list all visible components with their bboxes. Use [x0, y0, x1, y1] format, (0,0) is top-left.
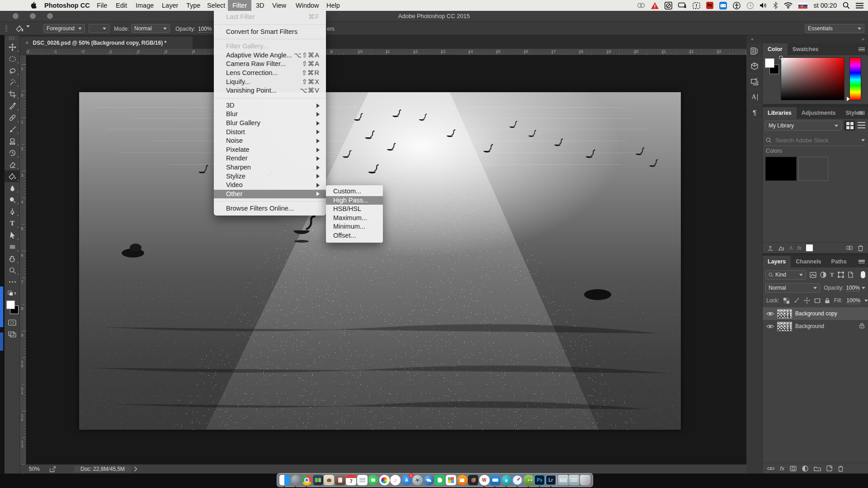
dock-system-preferences[interactable] [412, 475, 423, 485]
menubar-window[interactable]: Window [291, 0, 324, 11]
fill-chevron[interactable] [864, 300, 868, 302]
opacity-value[interactable]: 100% [198, 26, 212, 33]
library-color-swatch-black[interactable] [765, 157, 797, 181]
workspace-select[interactable]: Essentials [805, 24, 864, 33]
dock-facetime[interactable] [368, 475, 378, 485]
layer-filter-select[interactable]: Kind [765, 270, 806, 280]
shape-tool[interactable] [5, 241, 20, 253]
color-field-marker[interactable] [779, 56, 783, 60]
search-input[interactable] [774, 136, 851, 144]
lock-artboard-icon[interactable] [814, 298, 821, 304]
toolbar-grip[interactable] [9, 37, 15, 40]
dock-mission-control[interactable] [313, 475, 323, 485]
expand-panels-icon[interactable]: » [862, 36, 864, 42]
hue-slider-marker[interactable] [847, 97, 850, 101]
menubar-3d[interactable]: 3D [251, 0, 269, 11]
collapse-panels-icon[interactable]: « [751, 36, 754, 42]
blend-mode-select[interactable]: Normal [765, 283, 820, 293]
menubar-file[interactable]: File [92, 0, 112, 11]
eyedropper-tool[interactable] [5, 100, 20, 112]
menubar-type[interactable]: Type [182, 0, 205, 11]
path-select-tool[interactable] [5, 229, 20, 241]
menu-item-vanishing-point[interactable]: Vanishing Point...⌥⌘V [214, 86, 326, 95]
blur-tool[interactable] [5, 182, 20, 194]
layers-panel-menu-icon[interactable] [859, 260, 865, 263]
filter-smart-objects-icon[interactable] [848, 272, 854, 278]
dock-keyboard-viewer[interactable] [558, 475, 568, 485]
menubar-clock[interactable]: st 00:20 [813, 2, 837, 9]
lock-all-icon[interactable] [825, 298, 830, 304]
menu-item-distort[interactable]: Distort [214, 128, 326, 137]
menu-item-other[interactable]: Other [214, 190, 326, 199]
menu-item-stylize[interactable]: Stylize [214, 172, 326, 181]
spotlight-icon[interactable] [843, 2, 850, 9]
dodge-tool[interactable] [5, 194, 20, 206]
layer-row-background-copy[interactable]: Background copy [763, 307, 868, 320]
menubar-image[interactable]: Image [131, 0, 158, 11]
dock-lightroom[interactable]: Lr [546, 475, 556, 485]
menubar-view[interactable]: View [268, 0, 291, 11]
library-select[interactable]: My Library [765, 121, 842, 131]
sync-upload-icon[interactable] [767, 245, 774, 251]
properties-panel-icon[interactable] [746, 74, 763, 89]
edit-toolbar-ellipsis[interactable] [5, 276, 20, 288]
dock-photoshop[interactable]: Ps [534, 475, 545, 485]
dock-photo-collage[interactable] [446, 475, 456, 485]
screen-mode-button[interactable] [5, 328, 20, 340]
type-tool[interactable]: T [5, 217, 20, 229]
link-layers-icon[interactable] [767, 466, 774, 471]
prohibit-icon[interactable] [665, 2, 672, 9]
menu-item-sharpen[interactable]: Sharpen [214, 163, 326, 172]
menu-item-blur-gallery[interactable]: Blur Gallery [214, 119, 326, 128]
filter-pixel-layers-icon[interactable] [810, 272, 816, 278]
layer-thumbnail[interactable] [777, 322, 792, 331]
menu-item-lens-correction[interactable]: Lens Correction...⇧⌘R [214, 69, 326, 78]
lock-position-icon[interactable] [804, 297, 810, 304]
spot-healing-tool[interactable] [5, 112, 20, 123]
menu-item-convert-smart-filters[interactable]: Convert for Smart Filters [214, 28, 326, 37]
dock-wunderlist[interactable]: W [479, 475, 490, 485]
tab-layers[interactable]: Layers [763, 256, 791, 267]
doc-size-info[interactable]: Doc: 22,8M/45,5M [74, 466, 131, 473]
eraser-tool[interactable] [5, 159, 20, 170]
lasso-tool[interactable] [5, 65, 20, 76]
apple-menu[interactable] [26, 0, 41, 11]
device-sync-icon[interactable] [678, 2, 687, 9]
new-layer-icon[interactable] [826, 465, 832, 471]
paint-bucket-tool[interactable] [5, 170, 20, 182]
swap-colors-icon[interactable] [5, 288, 20, 300]
dock-contacts[interactable] [335, 475, 345, 485]
dock-dark-photo-app[interactable] [468, 475, 478, 485]
menubar-edit[interactable]: Edit [111, 0, 132, 11]
menu-item-render[interactable]: Render [214, 154, 326, 163]
grid-view-button[interactable] [844, 121, 855, 131]
canvas-area[interactable] [26, 55, 746, 465]
filter-adjustment-layers-icon[interactable] [820, 272, 826, 278]
add-layerstyle-icon[interactable]: fx [797, 245, 802, 251]
dock-ibooks[interactable] [457, 475, 467, 485]
libraries-panel-menu-icon[interactable] [859, 111, 865, 115]
teamviewer-icon[interactable] [719, 2, 727, 9]
add-charstyle-icon[interactable]: A [789, 244, 793, 251]
visibility-eye-icon[interactable] [766, 324, 774, 329]
paragraph-panel-icon[interactable]: ¶ [746, 105, 763, 120]
layer-name[interactable]: Background copy [795, 310, 837, 317]
history-brush-tool[interactable] [5, 147, 20, 159]
dock-green-mascot[interactable] [524, 475, 534, 485]
panel-foreground-swatch[interactable] [765, 58, 774, 68]
brush-tool[interactable] [5, 123, 20, 135]
move-tool[interactable] [5, 41, 20, 53]
vertical-ruler[interactable]: 101234567891011121314 [20, 55, 26, 465]
add-mask-icon[interactable] [790, 466, 797, 471]
submenu-item-maximum[interactable]: Maximum... [326, 214, 383, 223]
alert-badge-icon[interactable] [693, 2, 700, 9]
menu-item-video[interactable]: Video [214, 181, 326, 190]
hand-tool[interactable] [5, 253, 20, 264]
character-panel-icon[interactable]: A [746, 89, 763, 105]
creative-cloud-icon[interactable] [637, 3, 645, 8]
menu-item-adaptive-wide-angle[interactable]: Adaptive Wide Angle...⌥⇧⌘A [214, 51, 326, 60]
add-adjustment-icon[interactable] [802, 465, 808, 472]
magic-wand-tool[interactable] [5, 76, 20, 88]
submenu-item-hsb-hsl[interactable]: HSB/HSL [326, 205, 383, 214]
tab-paths[interactable]: Paths [826, 256, 852, 267]
